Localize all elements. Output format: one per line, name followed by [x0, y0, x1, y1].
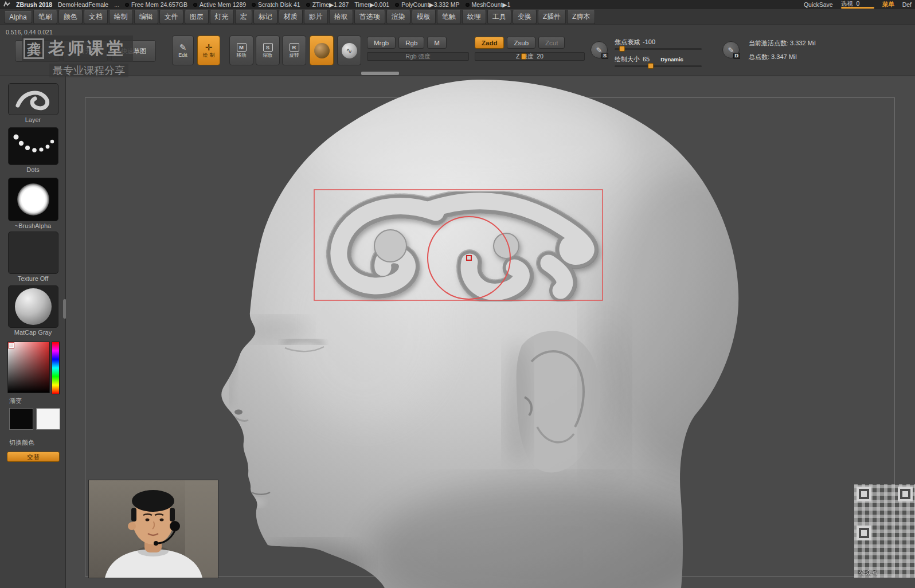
instructor-portrait	[89, 480, 218, 578]
move-button[interactable]: M 移动	[229, 36, 253, 65]
watermark-subtitle: 最专业课程分享	[49, 64, 128, 77]
stroke-label: Dots	[0, 166, 66, 173]
draw-size-handle[interactable]	[648, 63, 654, 69]
status-dot	[193, 3, 197, 7]
menu-stencil[interactable]: 模板	[412, 10, 436, 24]
quicksave-button[interactable]: QuickSave	[804, 1, 833, 8]
defaultzscript-button[interactable]: Def	[902, 1, 912, 8]
status-dot	[395, 3, 399, 7]
edit-mode-button[interactable]: ✎ Edit	[172, 36, 194, 65]
menu-movie[interactable]: 影片	[304, 10, 328, 24]
menu-zplugin[interactable]: Z插件	[538, 10, 566, 24]
hue-bar[interactable]	[52, 342, 60, 394]
texture-label: Texture Off	[0, 275, 66, 282]
m-button[interactable]: M	[427, 37, 447, 49]
menu-zscript[interactable]: Z脚本	[567, 10, 595, 24]
top-shelf: 0.516, 0.44 0.021 灯箱 打开 快速草图 ✎ Edit ✛ 绘 …	[0, 25, 915, 76]
main-color-swatch[interactable]	[9, 408, 33, 430]
qr-code: 公众号	[854, 484, 915, 578]
alpha-selector[interactable]	[8, 178, 58, 221]
ztime-stat: ZTime▶1.287	[306, 1, 349, 8]
sculptris-sphere-icon: ∿	[342, 43, 357, 58]
material-sphere-button[interactable]	[310, 36, 334, 65]
brush-selector[interactable]	[8, 83, 58, 115]
titlebar: ZBrush 2018 DemoHeadFemale ... Free Mem …	[0, 0, 915, 9]
material-selector[interactable]	[8, 285, 58, 328]
layer-brush-icon	[9, 84, 58, 115]
menu-document[interactable]: 文档	[84, 10, 108, 24]
app-title: ZBrush 2018	[16, 1, 52, 8]
polycount-stat: PolyCount▶3.332 MP	[395, 1, 459, 8]
qr-finder-icon	[857, 487, 871, 501]
menu-layer[interactable]: 图层	[185, 10, 209, 24]
scale-button[interactable]: S 缩放	[256, 36, 280, 65]
menu-marker[interactable]: 标记	[253, 10, 277, 24]
sculptris-pro-button[interactable]: ∿	[337, 36, 361, 65]
overflow-text: ...	[114, 1, 119, 8]
draw-mode-button[interactable]: ✛ 绘 制	[197, 36, 220, 65]
menu-macro[interactable]: 宏	[235, 10, 252, 24]
view-slider-track[interactable]	[841, 7, 874, 9]
menu-picker[interactable]: 拾取	[329, 10, 353, 24]
menu-file[interactable]: 文件	[159, 10, 183, 24]
color-cursor[interactable]	[9, 343, 14, 348]
rotate-button[interactable]: R 旋转	[282, 36, 306, 65]
draw-crosshair-icon: ✛	[205, 43, 213, 52]
z-intensity-slider[interactable]: Z 强度 20	[475, 52, 585, 61]
menu-alpha[interactable]: Alpha	[4, 11, 32, 23]
status-dot	[306, 3, 310, 7]
material-sphere-icon	[314, 43, 330, 58]
scratch-disk-stat: Scratch Disk 41	[252, 1, 300, 8]
switch-color-button[interactable]: 交替	[7, 452, 60, 462]
cursor-coordinates: 0.516, 0.44 0.021	[6, 29, 53, 36]
draw-d-icon[interactable]: ✎ D	[722, 41, 740, 58]
gradient-label: 渐变	[0, 397, 66, 405]
menu-edit[interactable]: 编辑	[134, 10, 158, 24]
dynamic-label: Dynamic	[660, 56, 683, 62]
watermark: 龚 老师课堂 最专业课程分享	[22, 36, 133, 77]
menu-toggle-button[interactable]: 菜单	[882, 1, 894, 9]
stroke-s-icon[interactable]: ✎ S	[591, 41, 608, 58]
shelf-resize-handle[interactable]	[361, 72, 399, 75]
z-intensity-handle[interactable]	[521, 53, 526, 60]
alpha-circle-icon	[17, 183, 49, 215]
menu-color[interactable]: 颜色	[58, 10, 83, 24]
watermark-logo: 龚	[24, 38, 44, 59]
zadd-button[interactable]: Zadd	[475, 37, 504, 49]
rgb-button[interactable]: Rgb	[398, 37, 424, 49]
texture-selector[interactable]	[8, 232, 58, 274]
matcap-sphere-icon	[15, 288, 52, 325]
menu-texture[interactable]: 纹理	[462, 10, 486, 24]
menu-stroke[interactable]: 笔触	[437, 10, 461, 24]
edit-pen-icon: ✎	[179, 43, 187, 52]
color-swatches	[9, 408, 60, 430]
secondary-color-swatch[interactable]	[36, 408, 60, 430]
qr-caption: 公众号	[859, 569, 878, 577]
rgb-intensity-slider[interactable]: Rgb 强度	[367, 52, 469, 61]
menu-brush[interactable]: 笔刷	[33, 10, 57, 24]
menu-draw[interactable]: 绘制	[109, 10, 133, 24]
instructor-webcam-video	[89, 480, 218, 578]
menu-preferences[interactable]: 首选项	[354, 10, 385, 24]
menu-tool[interactable]: 工具	[487, 10, 511, 24]
menu-render[interactable]: 渲染	[386, 10, 410, 24]
menu-transform[interactable]: 变换	[513, 10, 537, 24]
draw-size-slider[interactable]: 绘制大小 65 Dynamic	[615, 55, 702, 67]
qr-finder-icon	[857, 526, 871, 540]
color-picker-svbox[interactable]	[7, 342, 50, 393]
move-icon: M	[237, 43, 247, 52]
zcut-button[interactable]: Zcut	[538, 37, 565, 49]
sculpt-mode-group: Zadd Zsub Zcut Z 强度 20	[475, 37, 585, 61]
mrgb-button[interactable]: Mrgb	[367, 37, 396, 49]
stroke-selector[interactable]	[8, 127, 58, 165]
material-label: MatCap Gray	[0, 329, 66, 336]
qr-finder-icon	[898, 487, 913, 501]
menu-material[interactable]: 材质	[279, 10, 303, 24]
menu-light[interactable]: 灯光	[210, 10, 234, 24]
left-tray: Layer Dots ~BrushAlpha Texture Off MatCa…	[0, 76, 66, 588]
focal-shift-slider[interactable]: 焦点衰减 -100	[615, 38, 702, 50]
view-slider[interactable]: 选视 0	[841, 1, 874, 9]
zsub-button[interactable]: Zsub	[507, 37, 535, 49]
focal-shift-handle[interactable]	[619, 46, 625, 52]
status-dot	[125, 3, 129, 7]
